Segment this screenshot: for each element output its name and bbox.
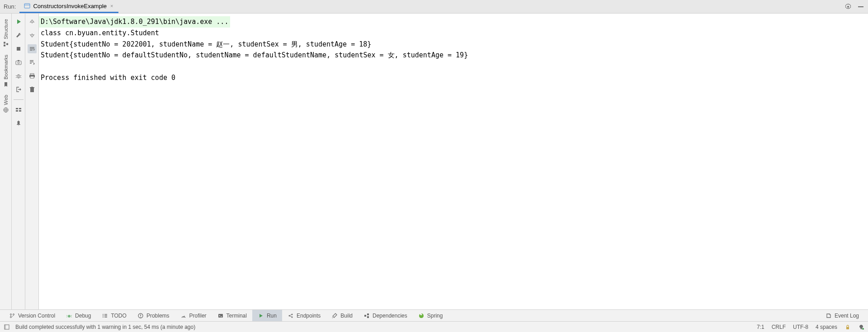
pin-icon[interactable] (14, 119, 23, 128)
svg-line-42 (67, 317, 68, 317)
web-icon (3, 107, 9, 113)
svg-rect-61 (364, 315, 366, 317)
spring-icon (418, 313, 425, 319)
soft-wrap-icon[interactable] (28, 44, 37, 53)
tab-todo[interactable]: TODO (96, 310, 132, 321)
scroll-to-end-icon[interactable] (28, 58, 37, 67)
bug-icon[interactable] (14, 71, 23, 80)
problems-icon (137, 313, 144, 319)
console-line-cmd: D:\Software\Java\jdk1.8.0_291\bin\java.e… (39, 16, 230, 28)
exit-icon[interactable] (14, 85, 23, 94)
status-message: Build completed successfully with 1 warn… (15, 324, 195, 330)
trash-icon[interactable] (28, 85, 37, 94)
svg-rect-65 (5, 325, 6, 329)
svg-line-16 (20, 75, 21, 76)
stop-icon[interactable] (14, 44, 23, 53)
run-toolbar-right (25, 14, 39, 309)
status-bar: Build completed successfully with 1 warn… (0, 321, 868, 332)
close-icon[interactable]: × (109, 3, 114, 9)
svg-point-67 (862, 328, 864, 330)
svg-rect-0 (24, 4, 30, 8)
svg-rect-32 (30, 88, 34, 92)
tab-endpoints[interactable]: Endpoints (282, 310, 326, 321)
layout-icon[interactable] (14, 105, 23, 114)
console-line: Student{studentNo = defaultStudentNo, st… (39, 50, 868, 61)
tab-spring[interactable]: Spring (413, 310, 448, 321)
svg-line-53 (184, 316, 184, 318)
svg-rect-21 (16, 110, 18, 112)
inspection-icon[interactable] (858, 324, 864, 330)
svg-rect-2 (858, 6, 863, 7)
run-config-icon (24, 3, 30, 9)
svg-rect-62 (367, 313, 369, 315)
lock-icon[interactable] (844, 324, 851, 330)
endpoints-icon (288, 313, 294, 319)
svg-rect-66 (846, 327, 849, 329)
console-line: Student{studentNo = 2022001, studentName… (39, 39, 868, 50)
tab-version-control[interactable]: Version Control (4, 310, 61, 321)
bookmark-icon (3, 81, 9, 88)
rerun-icon[interactable] (14, 17, 23, 26)
svg-line-43 (71, 317, 72, 317)
profiler-icon (180, 313, 187, 319)
svg-line-18 (20, 77, 21, 78)
svg-point-37 (13, 313, 14, 315)
status-window-icon[interactable] (4, 324, 10, 330)
svg-rect-12 (18, 60, 19, 61)
structure-icon (3, 41, 9, 47)
svg-rect-22 (19, 110, 21, 112)
svg-rect-33 (30, 87, 34, 88)
status-indent[interactable]: 4 spaces (816, 324, 837, 330)
debug-icon (66, 313, 72, 319)
run-tab-label: ConstructorsInvokeExample (33, 3, 107, 9)
svg-line-59 (290, 314, 292, 315)
todo-icon (102, 313, 108, 319)
console-blank (39, 61, 868, 72)
svg-line-40 (67, 315, 68, 316)
minimize-icon[interactable] (857, 3, 864, 10)
svg-line-41 (71, 315, 72, 316)
run-label: Run: (4, 3, 16, 10)
status-position[interactable]: 7:1 (757, 324, 764, 330)
tab-terminal[interactable]: Terminal (212, 310, 252, 321)
svg-rect-31 (30, 76, 34, 78)
bottom-tool-tabs: Version Control Debug TODO Problems Prof… (0, 309, 868, 321)
tab-debug[interactable]: Debug (61, 310, 96, 321)
tab-run[interactable]: Run (252, 310, 282, 321)
tab-event-log[interactable]: Event Log (820, 313, 864, 319)
svg-point-36 (10, 316, 12, 318)
svg-rect-63 (367, 316, 369, 318)
terminal-icon (217, 313, 224, 319)
run-toolbar-left (12, 14, 25, 309)
sidebar-tab-bookmarks[interactable]: Bookmarks (1, 51, 11, 91)
gear-icon[interactable] (844, 3, 852, 10)
svg-rect-20 (19, 108, 21, 109)
svg-rect-4 (4, 45, 5, 47)
print-icon[interactable] (28, 71, 37, 80)
svg-point-52 (140, 317, 141, 318)
run-tab-constructors[interactable]: ConstructorsInvokeExample × (19, 0, 118, 13)
tab-problems[interactable]: Problems (132, 310, 175, 321)
tab-build[interactable]: Build (326, 310, 358, 321)
dependencies-icon (363, 313, 370, 319)
camera-icon[interactable] (14, 58, 23, 67)
status-encoding[interactable]: UTF-8 (793, 324, 808, 330)
status-line-ending[interactable]: CRLF (772, 324, 786, 330)
sidebar-tab-web[interactable]: Web (1, 91, 11, 117)
up-arrow-icon[interactable] (28, 17, 37, 26)
sidebar-tab-structure[interactable]: Structure (1, 15, 11, 51)
console-exit-line: Process finished with exit code 0 (39, 72, 868, 84)
run-panel-header: Run: ConstructorsInvokeExample × (0, 0, 868, 14)
svg-rect-3 (4, 42, 5, 44)
svg-rect-34 (31, 87, 33, 87)
tab-profiler[interactable]: Profiler (175, 310, 212, 321)
console-output[interactable]: D:\Software\Java\jdk1.8.0_291\bin\java.e… (39, 14, 868, 309)
wrench-icon[interactable] (14, 31, 23, 40)
svg-rect-5 (6, 43, 8, 45)
console-line: class cn.byuan.entity.Student (39, 28, 868, 39)
svg-line-60 (290, 316, 292, 317)
svg-point-11 (18, 62, 19, 64)
svg-point-35 (10, 313, 12, 315)
tab-dependencies[interactable]: Dependencies (358, 310, 413, 321)
down-arrow-icon[interactable] (28, 31, 37, 40)
